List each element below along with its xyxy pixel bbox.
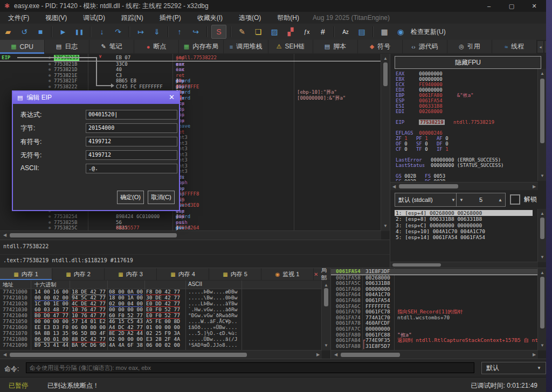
menu-item[interactable]: 视图(V) <box>37 12 75 24</box>
dump-row[interactable]: 7742101000 00 02 0094 5C 42 7718 00 1A 0… <box>0 295 322 300</box>
disasm-row[interactable]: ●7753825B56push esi <box>0 220 381 226</box>
update-icon[interactable]: ◉ <box>394 25 408 38</box>
tab-scroll-left-icon[interactable]: ◂ <box>537 40 544 53</box>
stack-row[interactable]: 0061FA5800268000 <box>331 275 537 281</box>
breakpoint-dot-icon[interactable]: ● <box>49 220 51 226</box>
argument-row[interactable]: 5: [esp+14] 0061FA54 0061FA54 <box>395 234 533 240</box>
dialog-field-expression-input[interactable]: 00401520| <box>86 110 177 120</box>
restart-icon[interactable]: ↺ <box>17 25 31 38</box>
menu-item[interactable]: 调试(D) <box>75 12 113 24</box>
register-line[interactable]: OF 0 SF 0 DF 0 <box>396 141 532 146</box>
dump-row[interactable]: 7742108006 00 01 0088 DC 42 7702 00 00 0… <box>0 336 322 342</box>
dump-row[interactable]: 7742105000 00 00 0057 14 01 E246 15 C5 4… <box>0 318 322 324</box>
tab-引用[interactable]: ◎引用 <box>447 40 492 53</box>
calling-convention-select[interactable]: 默认 (stdcall)▼ <box>395 193 459 207</box>
register-line[interactable]: LastError 00000000 (ERROR_SUCCESS) <box>396 157 532 163</box>
cancel-button[interactable]: 取消(C) <box>148 191 175 204</box>
command-input[interactable] <box>26 362 474 373</box>
register-line[interactable]: EAX 00000000 <box>396 71 532 76</box>
hash-icon[interactable]: # <box>316 25 330 38</box>
dump-hscrollbar[interactable]: ◀ ▶ <box>0 350 322 359</box>
dump-vscrollbar[interactable]: ▲ ▼ <box>321 281 330 351</box>
function-icon[interactable]: ƒx <box>300 25 314 38</box>
minimize-button[interactable]: – <box>478 0 500 12</box>
step-into-icon[interactable]: ↓ <box>95 25 109 38</box>
stack-hscrollbar[interactable]: ◀ ▶ <box>331 350 538 359</box>
calculator-icon[interactable]: ▦ <box>377 25 391 38</box>
tab-监视 1[interactable]: ◉监视 1 <box>261 268 314 280</box>
tab-调用堆栈[interactable]: ≡调用堆栈 <box>224 40 268 53</box>
tab-笔记[interactable]: ✎笔记 <box>89 40 134 53</box>
disasm-row[interactable]: ●7753821B33C0xor eax,eax <box>0 61 381 67</box>
tab-断点[interactable]: ●断点 <box>134 40 179 53</box>
tab-SEH链[interactable]: ⚠SEH链 <box>268 40 313 53</box>
register-line[interactable]: ESP 0061FA54 <box>396 98 532 103</box>
register-line[interactable] <box>396 125 532 130</box>
dump-row[interactable]: 774210709A 8B 13 3596 5D BD 4F8E 2D A2 4… <box>0 330 322 336</box>
breakpoint-dot-icon[interactable]: ● <box>49 67 51 73</box>
pause-icon[interactable]: ❚❚ <box>72 25 86 38</box>
register-line[interactable]: ESI 006331B8 <box>396 103 532 109</box>
animate-into-icon[interactable]: ↪ <box>189 25 203 38</box>
register-line[interactable]: LastStatus 00000000 (STATUS_SUCCESS) <box>396 163 532 168</box>
seh-chain-icon[interactable]: S <box>211 25 226 39</box>
registers-pane[interactable]: 隐藏FPU EAX 00000000EBX 00000000ECX FE9400… <box>390 54 547 268</box>
dialog-close-icon[interactable]: ✕ <box>169 93 175 101</box>
tab-线程[interactable]: ≈线程 <box>492 40 537 53</box>
register-line[interactable]: ES 002B DS 002B <box>396 179 532 181</box>
breakpoint-dot-icon[interactable]: ● <box>49 73 51 79</box>
chevron-up-icon[interactable]: ▲ <box>495 198 505 202</box>
comment-icon[interactable]: ❏ <box>251 25 265 38</box>
run-icon[interactable]: ► <box>56 25 70 38</box>
check-updates-label[interactable]: 检查更新(U) <box>411 27 446 37</box>
dump-row[interactable]: 77421090B9 53 41 44BA 9C D6 9D4A 4A 6F 3… <box>0 342 322 348</box>
disasm-row[interactable]: ●77538254898424 6C010000mov dword ptr ss… <box>0 214 381 220</box>
dump-row[interactable]: 7742100014 00 16 0018 DE 42 7708 00 0A 0… <box>0 289 322 295</box>
maximize-button[interactable]: ▢ <box>500 0 523 12</box>
close-button[interactable]: ✕ <box>523 0 546 12</box>
argument-row[interactable]: 1: [esp+4] 00268000 00268000 <box>395 210 533 216</box>
step-over-icon[interactable]: ↷ <box>111 25 125 38</box>
tab-内存 5[interactable]: ▦内存 5 <box>209 268 261 280</box>
ok-button[interactable]: 确定(O) <box>117 191 144 204</box>
register-line[interactable]: GS 002B FS 0053 <box>396 173 532 179</box>
fill-icon[interactable]: ▨ <box>267 25 281 38</box>
register-line[interactable]: EFLAGS 00000246 <box>396 130 532 136</box>
tab-符号[interactable]: ◆符号 <box>358 40 403 53</box>
stack-vscrollbar[interactable]: ▲ ▼ <box>537 268 547 351</box>
stack-row[interactable]: 0061FA7C00000000 <box>331 326 537 332</box>
tab-内存 4[interactable]: ▦内存 4 <box>157 268 209 280</box>
register-line[interactable]: CF 0 TF 0 IF 1 <box>396 146 532 152</box>
menu-item[interactable]: 文件(F) <box>0 12 37 24</box>
dump-row[interactable]: 7742103060 03 48 7710 76 47 7700 00 00 0… <box>0 306 322 312</box>
stack-row[interactable]: 0061FA680061FA54 <box>331 298 537 304</box>
register-line[interactable]: ZF 1 PF 1 AF 0 <box>396 136 532 141</box>
register-line[interactable]: EIP 77538219 ntdll.77538219 <box>396 120 532 125</box>
breakpoint-dot-icon[interactable]: ● <box>49 225 51 231</box>
register-line[interactable]: EBX 00000000 <box>396 76 532 82</box>
register-line[interactable]: EDI 00268000 <box>396 109 532 114</box>
disasm-row[interactable]: ●7753825C8B35 64A25577mov esi,dword ptr … <box>0 225 381 231</box>
dump-row[interactable]: 774210201C 00 1E 004C DE 42 7702 00 04 0… <box>0 300 322 306</box>
menu-item[interactable]: 收藏夹(I) <box>189 12 231 24</box>
menu-item[interactable]: 插件(P) <box>151 12 189 24</box>
stack-row[interactable]: 0061FA78460AFCDF <box>331 320 537 326</box>
arguments-vscrollbar[interactable]: ▲ ▼ <box>537 209 547 262</box>
stack-row[interactable]: 0061FA6000000000 <box>331 286 537 292</box>
disasm-row[interactable]: ●7753821F8B65 E8mov esp,dword ptr ss:[eb… <box>0 78 381 84</box>
tab-内存 1[interactable]: ▦内存 1 <box>0 268 52 280</box>
dump-row[interactable]: 77421060EE E3 D3 F006 00 00 00A4 DC 42 7… <box>0 324 322 330</box>
dialog-title-bar[interactable]: ▤ 编辑 EIP <box>13 92 179 104</box>
step-out-icon[interactable]: ↑ <box>172 25 187 38</box>
register-line[interactable] <box>396 114 532 120</box>
command-profile-select[interactable]: 默认▼ <box>481 362 546 374</box>
breakpoint-dot-icon[interactable]: ● <box>49 214 51 220</box>
tab-内存布局[interactable]: ▦内存布局 <box>179 40 224 53</box>
registers-hscrollbar[interactable]: ◀ ▶ <box>390 182 538 190</box>
hide-fpu-button[interactable]: 隐藏FPU <box>395 56 541 69</box>
stop-icon[interactable]: ■ <box>33 25 47 38</box>
register-line[interactable] <box>396 168 532 173</box>
menu-item[interactable]: 跟踪(N) <box>113 12 151 24</box>
arguments-hscrollbar[interactable] <box>390 262 538 268</box>
stack-row[interactable]: 0061FA5C006331B8 <box>331 281 537 286</box>
